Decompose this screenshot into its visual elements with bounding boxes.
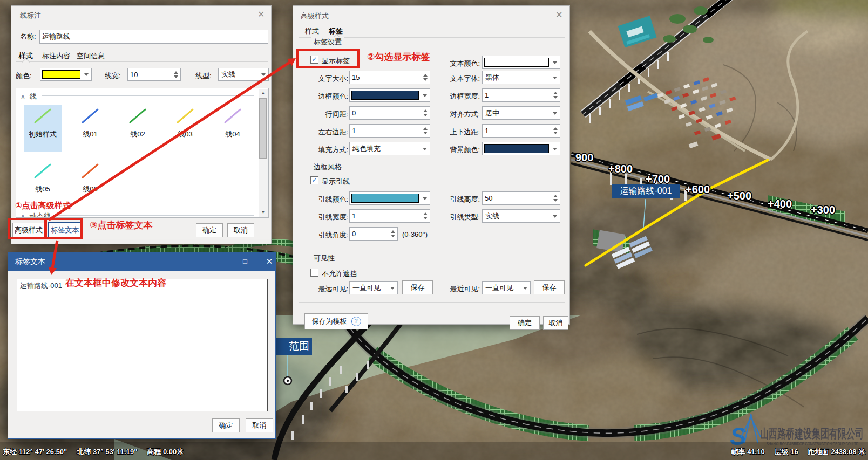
label-text-button[interactable]: 标签文本 bbox=[48, 222, 83, 238]
chevron-down-icon bbox=[423, 148, 427, 150]
save-near-button[interactable]: 保存 bbox=[534, 280, 565, 294]
line-spacing-stepper[interactable] bbox=[349, 106, 430, 120]
line-style-tile[interactable]: 线03 bbox=[166, 105, 204, 152]
font-size-input[interactable] bbox=[350, 71, 421, 84]
show-leader-checkbox[interactable]: ✓ bbox=[310, 176, 318, 184]
near-visible-dropdown[interactable]: 一直可见 bbox=[482, 281, 531, 294]
color-swatch bbox=[484, 58, 549, 67]
scroll-up-icon[interactable]: ▲ bbox=[259, 89, 268, 98]
leader-width-input[interactable] bbox=[350, 210, 421, 222]
leader-height-label: 引线高度: bbox=[442, 195, 480, 204]
save-far-button[interactable]: 保存 bbox=[402, 280, 433, 294]
scrollbar-thumb[interactable] bbox=[259, 98, 267, 159]
tb-margin-stepper[interactable] bbox=[482, 124, 560, 138]
border-width-stepper[interactable] bbox=[482, 88, 560, 102]
name-input[interactable] bbox=[40, 30, 268, 43]
show-leader-text: 显示引线 bbox=[322, 177, 350, 187]
line-width-input[interactable] bbox=[128, 68, 172, 80]
fill-mode-dropdown[interactable]: 纯色填充 bbox=[349, 142, 430, 155]
chevron-down-icon bbox=[553, 77, 557, 79]
chevron-down-icon bbox=[84, 73, 89, 76]
no-occlusion-checkbox[interactable] bbox=[310, 269, 318, 277]
group-title: 标签设置 bbox=[311, 37, 344, 47]
chevron-down-icon bbox=[523, 287, 527, 290]
font-size-stepper[interactable] bbox=[349, 71, 430, 84]
tab-spatial-info[interactable]: 空间信息 bbox=[77, 51, 105, 61]
chevron-down-icon bbox=[261, 73, 266, 76]
line-annotation-dialog: 线标注 ✕ 名称: 样式 标注内容 空间信息 颜色: 线宽: 线型: 实线 ∧线 bbox=[11, 5, 272, 244]
help-icon[interactable]: ? bbox=[351, 317, 361, 326]
show-label-checkbox[interactable]: ✓ bbox=[310, 56, 318, 64]
line-style-tile[interactable]: 线02 bbox=[119, 105, 157, 152]
leader-width-stepper[interactable] bbox=[349, 209, 430, 223]
line-style-tile[interactable]: 线04 bbox=[214, 105, 252, 152]
tab-style[interactable]: 样式 bbox=[305, 26, 319, 36]
chainage-mark: +300 bbox=[811, 204, 835, 216]
cancel-button[interactable]: 取消 bbox=[543, 316, 568, 330]
align-label: 对齐方式: bbox=[442, 109, 480, 119]
cancel-button[interactable]: 取消 bbox=[246, 418, 273, 432]
border-width-input[interactable] bbox=[483, 89, 551, 101]
far-visible-dropdown[interactable]: 一直可见 bbox=[349, 281, 398, 294]
lr-margin-stepper[interactable] bbox=[349, 124, 430, 138]
text-color-picker[interactable] bbox=[482, 56, 560, 69]
chainage-mark: +500 bbox=[727, 190, 751, 202]
close-icon[interactable]: ✕ bbox=[257, 9, 265, 19]
line-width-label: 线宽: bbox=[105, 71, 121, 81]
leader-angle-label: 引线角度: bbox=[309, 230, 348, 240]
text-color-label: 文本颜色: bbox=[442, 59, 480, 68]
route-map-label[interactable]: 运输路线-001 bbox=[612, 184, 680, 198]
font-family-label: 文本字体: bbox=[442, 74, 480, 84]
section-line[interactable]: ∧线 bbox=[21, 92, 37, 101]
lr-margin-input[interactable] bbox=[350, 125, 421, 137]
align-dropdown[interactable]: 居中 bbox=[482, 106, 560, 120]
font-family-dropdown[interactable]: 黑体 bbox=[482, 71, 560, 84]
status-view-info: 帧率 41.10 层级 16 距地面 2438.08 米 bbox=[731, 447, 865, 457]
chevron-up-icon: ∧ bbox=[21, 212, 25, 218]
border-color-picker[interactable] bbox=[349, 88, 430, 102]
advanced-style-button[interactable]: 高级样式 bbox=[12, 223, 45, 237]
dialog-title: 线标注 bbox=[20, 11, 41, 20]
line-color-picker[interactable] bbox=[40, 68, 92, 81]
close-icon[interactable]: ✕ bbox=[262, 255, 276, 269]
color-swatch bbox=[351, 91, 419, 100]
line-style-tile[interactable]: 线06 bbox=[71, 160, 109, 207]
ok-button[interactable]: 确定 bbox=[212, 418, 240, 432]
scroll-down-icon[interactable]: ▼ bbox=[259, 208, 268, 217]
name-label: 名称: bbox=[20, 32, 36, 42]
maximize-icon[interactable]: □ bbox=[238, 255, 252, 269]
line-spacing-input[interactable] bbox=[350, 107, 421, 119]
ok-button[interactable]: 确定 bbox=[510, 316, 540, 330]
tb-margin-input[interactable] bbox=[483, 125, 551, 137]
chevron-down-icon bbox=[423, 197, 427, 200]
tab-annotation-content[interactable]: 标注内容 bbox=[42, 51, 70, 61]
font-size-label: 文字大小: bbox=[309, 74, 348, 84]
leader-type-dropdown[interactable]: 实线 bbox=[482, 209, 560, 223]
ok-button[interactable]: 确定 bbox=[196, 223, 223, 237]
dialog-title: 高级样式 bbox=[301, 11, 329, 21]
save-as-template-button[interactable]: 保存为模板 ? bbox=[304, 313, 368, 329]
line-style-tile[interactable]: 线01 bbox=[71, 105, 109, 152]
line-style-tile[interactable]: 线05 bbox=[24, 160, 62, 207]
bg-color-picker[interactable] bbox=[482, 142, 560, 155]
scrollbar[interactable]: ▲ ▼ bbox=[259, 89, 268, 217]
line-type-dropdown[interactable]: 实线 bbox=[218, 68, 269, 81]
cancel-button[interactable]: 取消 bbox=[227, 223, 254, 237]
leader-height-stepper[interactable] bbox=[482, 191, 560, 205]
leader-angle-stepper[interactable] bbox=[349, 227, 398, 241]
section-dynamic-line[interactable]: ∧动态线 bbox=[21, 211, 51, 218]
close-icon[interactable]: ✕ bbox=[555, 10, 562, 20]
line-style-tile[interactable]: 初始样式 bbox=[24, 105, 62, 152]
fill-mode-label: 填充方式: bbox=[309, 145, 348, 155]
status-elevation: 高程 0.00米 bbox=[147, 447, 184, 457]
leader-height-input[interactable] bbox=[483, 192, 551, 204]
chevron-down-icon bbox=[553, 112, 557, 115]
label-text-area[interactable]: 运输路线-001 bbox=[17, 279, 268, 411]
color-swatch bbox=[484, 144, 549, 153]
minimize-icon[interactable]: — bbox=[212, 255, 226, 269]
status-zoom-level: 层级 16 bbox=[775, 447, 798, 457]
line-width-stepper[interactable] bbox=[127, 68, 181, 81]
leader-angle-input[interactable] bbox=[350, 228, 389, 240]
leader-color-picker[interactable] bbox=[349, 191, 430, 205]
chainage-mark: +400 bbox=[768, 198, 792, 210]
